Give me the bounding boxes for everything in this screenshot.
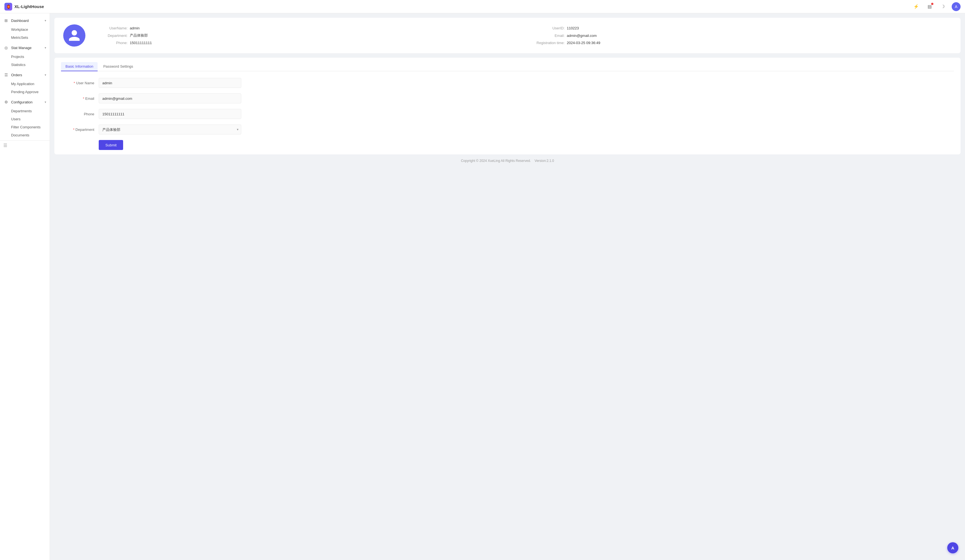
sidebar-section-configuration: ⚙ Configuration ▾ Departments Users Filt… (0, 97, 50, 139)
bell-icon: ▤ (927, 4, 932, 9)
sidebar-section-dashboard: ⊞ Dashboard ▾ Workplace MetricSets (0, 16, 50, 42)
email-form-label: Email (61, 96, 94, 101)
sidebar-section-stat-manage-header[interactable]: ◎ Stat Manage ▾ (0, 43, 50, 53)
dashboard-chevron-icon: ▾ (45, 19, 46, 23)
sidebar-section-configuration-header[interactable]: ⚙ Configuration ▾ (0, 97, 50, 107)
profile-email-value: admin@gmail.com (567, 34, 597, 38)
phone-form-label: Phone (61, 112, 94, 116)
sidebar-section-orders-label: Orders (11, 73, 43, 77)
sidebar-section-stat-manage-label: Stat Manage (11, 46, 43, 50)
department-form-label: Department (61, 127, 94, 132)
footer-text: Copyright © 2024 XueLing All Rights Rese… (461, 159, 531, 163)
stat-manage-icon: ◎ (3, 45, 9, 51)
moon-icon: ☽ (941, 4, 945, 9)
profile-userid-field: UserID: 110223 (531, 26, 952, 30)
sidebar-collapse-button[interactable]: ☰ (0, 140, 50, 150)
configuration-icon: ⚙ (3, 99, 9, 105)
basic-info-form: User Name Email Phone Department (61, 78, 241, 150)
department-select[interactable]: 产品体验部 (99, 124, 241, 134)
orders-chevron-icon: ▾ (45, 73, 46, 77)
sidebar-section-orders: ☰ Orders ▾ My Application Pending Approv… (0, 70, 50, 96)
tab-password-settings[interactable]: Password Settings (99, 62, 137, 71)
profile-email-field: Email: admin@gmail.com (531, 33, 952, 38)
tabs-header: Basic Information Password Settings (61, 62, 954, 71)
sidebar-item-projects[interactable]: Projects (0, 53, 50, 61)
profile-username-field: UserName: admin (94, 26, 515, 30)
profile-department-field: Department: 产品体验部 (94, 33, 515, 38)
sidebar-item-pending-approve[interactable]: Pending Approve (0, 88, 50, 96)
profile-email-label: Email: (531, 34, 564, 38)
profile-info: UserName: admin UserID: 110223 Departmen… (94, 26, 952, 45)
profile-avatar (63, 24, 85, 47)
profile-username-label: UserName: (94, 26, 128, 30)
sidebar-item-statistics[interactable]: Statistics (0, 61, 50, 69)
sidebar-section-dashboard-header[interactable]: ⊞ Dashboard ▾ (0, 16, 50, 26)
profile-department-value: 产品体验部 (130, 33, 148, 38)
profile-phone-field: Phone: 15011111111 (94, 41, 515, 45)
department-form-row: Department 产品体验部 ▾ (61, 124, 241, 134)
fab-button[interactable]: A (947, 542, 958, 553)
sidebar-item-filter-components[interactable]: Filter Components (0, 123, 50, 131)
profile-userid-label: UserID: (531, 26, 564, 30)
email-input[interactable] (99, 93, 241, 103)
profile-phone-value: 15011111111 (130, 41, 152, 45)
dashboard-icon: ⊞ (3, 18, 9, 23)
sidebar-section-dashboard-label: Dashboard (11, 19, 43, 23)
profile-phone-label: Phone: (94, 41, 128, 45)
sidebar-section-orders-header[interactable]: ☰ Orders ▾ (0, 70, 50, 80)
sidebar-item-workplace[interactable]: Workplace (0, 26, 50, 34)
footer-version: Version:2.1.0 (535, 159, 554, 163)
sidebar-item-users[interactable]: Users (0, 115, 50, 123)
tab-basic-information[interactable]: Basic Information (61, 62, 98, 71)
email-form-row: Email (61, 93, 241, 103)
profile-department-label: Department: (94, 34, 128, 38)
dark-mode-button[interactable]: ☽ (938, 2, 947, 11)
tools-icon: ⚡ (913, 4, 919, 9)
top-header: 🏮 XL-LightHouse ⚡ ▤ ☽ A (0, 0, 965, 13)
sidebar-item-departments[interactable]: Departments (0, 107, 50, 115)
user-avatar-button[interactable]: A (952, 2, 960, 11)
department-select-wrapper: 产品体验部 ▾ (99, 124, 241, 134)
sidebar-item-my-application[interactable]: My Application (0, 80, 50, 88)
tools-button[interactable]: ⚡ (912, 2, 921, 11)
orders-icon: ☰ (3, 72, 9, 78)
collapse-icon: ☰ (3, 143, 7, 148)
username-form-row: User Name (61, 78, 241, 88)
main-content: UserName: admin UserID: 110223 Departmen… (50, 13, 965, 560)
app-name: XL-LightHouse (15, 4, 44, 9)
logo-icon: 🏮 (5, 3, 12, 11)
notifications-button[interactable]: ▤ (925, 2, 934, 11)
submit-button[interactable]: Submit (99, 140, 123, 150)
profile-regtime-field: Registration time: 2024-03-25 09:36:49 (531, 41, 952, 45)
app-logo: 🏮 XL-LightHouse (5, 3, 44, 11)
app-layout: ⊞ Dashboard ▾ Workplace MetricSets ◎ Sta… (0, 0, 965, 560)
tabs-card: Basic Information Password Settings User… (54, 58, 960, 154)
sidebar-item-metricsets[interactable]: MetricSets (0, 34, 50, 42)
profile-regtime-value: 2024-03-25 09:36:49 (567, 41, 600, 45)
username-input[interactable] (99, 78, 241, 88)
profile-username-value: admin (130, 26, 139, 30)
profile-card: UserName: admin UserID: 110223 Departmen… (54, 18, 960, 53)
username-form-label: User Name (61, 81, 94, 85)
configuration-chevron-icon: ▾ (45, 100, 46, 104)
fab-label: A (952, 545, 954, 550)
header-actions: ⚡ ▤ ☽ A (912, 2, 960, 11)
phone-input[interactable] (99, 109, 241, 119)
sidebar-section-configuration-label: Configuration (11, 100, 43, 104)
notification-badge (931, 3, 933, 5)
sidebar: ⊞ Dashboard ▾ Workplace MetricSets ◎ Sta… (0, 13, 50, 560)
profile-userid-value: 110223 (567, 26, 579, 30)
sidebar-item-documents[interactable]: Documents (0, 131, 50, 139)
sidebar-section-stat-manage: ◎ Stat Manage ▾ Projects Statistics (0, 43, 50, 69)
avatar-label: A (955, 5, 957, 9)
footer: Copyright © 2024 XueLing All Rights Rese… (54, 154, 960, 167)
profile-regtime-label: Registration time: (531, 41, 564, 45)
stat-manage-chevron-icon: ▾ (45, 46, 46, 50)
phone-form-row: Phone (61, 109, 241, 119)
